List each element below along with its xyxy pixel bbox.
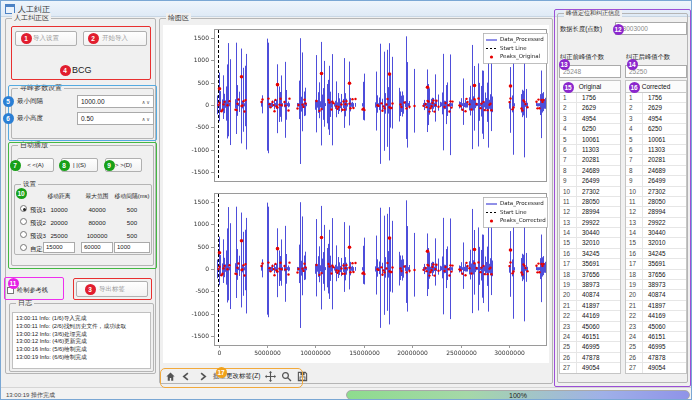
log-output[interactable]: 13:00:11 Info: (1/6)导入完成13:00:11 Info: (… <box>12 312 151 369</box>
table-row[interactable]: 1634245 <box>626 249 686 259</box>
table-row[interactable]: 1532010 <box>626 238 686 248</box>
table-row[interactable]: 2345060 <box>626 322 686 332</box>
table-row[interactable]: 1837656 <box>626 270 686 280</box>
table-row[interactable]: 34954 <box>560 114 620 124</box>
table-row[interactable]: 11756 <box>560 93 620 103</box>
forward-icon[interactable] <box>197 371 208 382</box>
table-row[interactable]: 1837656 <box>560 270 620 280</box>
peak-value: 30440 <box>643 228 686 237</box>
peak-value: 45060 <box>643 322 686 331</box>
row-index: 20 <box>560 290 577 299</box>
peak-value: 24689 <box>577 166 620 175</box>
table-row[interactable]: 46250 <box>626 124 686 134</box>
table-row[interactable]: 2647878 <box>560 353 620 363</box>
table-row[interactable]: 926499 <box>626 176 686 186</box>
preset-radio[interactable] <box>20 218 27 225</box>
table-row[interactable]: 2546995 <box>626 342 686 352</box>
min-interval-label: 最小间隔 <box>17 97 43 106</box>
row-index: 18 <box>560 270 577 279</box>
table-row[interactable]: 34954 <box>626 114 686 124</box>
table-row[interactable]: 824689 <box>626 166 686 176</box>
table-row[interactable]: 2244169 <box>560 311 620 321</box>
table-row[interactable]: 926499 <box>560 176 620 186</box>
home-icon[interactable] <box>165 371 176 382</box>
corrected-peaks-table[interactable]: Corrected 117562262934954462505100616113… <box>625 80 687 374</box>
table-row[interactable]: 2749054 <box>626 363 686 373</box>
table-row[interactable]: 2040874 <box>560 290 620 300</box>
preset-radio[interactable] <box>20 244 27 251</box>
table-row[interactable]: 2647878 <box>626 353 686 363</box>
table-row[interactable]: 611303 <box>560 145 620 155</box>
table-row[interactable]: 1329922 <box>626 218 686 228</box>
preset-value: 25000 <box>39 232 79 239</box>
table-row[interactable]: 22629 <box>560 103 620 113</box>
spinner-arrows-icon[interactable]: ∧∨ <box>142 97 151 108</box>
table-row[interactable]: 2141897 <box>626 301 686 311</box>
table-row[interactable]: 824689 <box>560 166 620 176</box>
table-row[interactable]: 1430440 <box>626 228 686 238</box>
table-row[interactable]: 720281 <box>560 155 620 165</box>
table-row[interactable]: 2244169 <box>626 311 686 321</box>
custom-value-input[interactable]: 15000 <box>43 242 75 253</box>
preset-radio[interactable] <box>20 231 27 238</box>
spinner-arrows-icon[interactable]: ∧∨ <box>142 114 151 125</box>
table-row[interactable]: 2749054 <box>560 363 620 373</box>
table-row[interactable]: 1938973 <box>560 280 620 290</box>
table-row[interactable]: 720281 <box>626 155 686 165</box>
min-height-spinbox[interactable]: 0.50 ∧∨ <box>77 112 154 125</box>
min-interval-spinbox[interactable]: 1000.00 ∧∨ <box>77 95 154 108</box>
custom-value-input[interactable]: 60000 <box>81 242 113 253</box>
table-row[interactable]: 2040874 <box>626 290 686 300</box>
row-index: 27 <box>560 363 577 372</box>
table-row[interactable]: 1430440 <box>560 228 620 238</box>
table-row[interactable]: 22629 <box>626 103 686 113</box>
peak-value: 26499 <box>643 176 686 185</box>
peak-value: 1756 <box>577 93 620 102</box>
table-row[interactable]: 2446151 <box>560 332 620 342</box>
table-row[interactable]: 611303 <box>626 145 686 155</box>
peak-value: 24689 <box>643 166 686 175</box>
table-row[interactable]: 1938973 <box>626 280 686 290</box>
original-peaks-table[interactable]: Original 1175622629349544625051006161130… <box>559 80 621 374</box>
zoom-icon[interactable] <box>281 371 292 382</box>
pan-icon[interactable] <box>265 371 276 382</box>
table-row[interactable]: 1128050 <box>626 197 686 207</box>
table-row[interactable]: 510061 <box>626 135 686 145</box>
preset-value: 500 <box>110 206 154 213</box>
table-row[interactable]: 1128050 <box>560 197 620 207</box>
row-index: 17 <box>560 259 577 268</box>
autoplay-back-button[interactable]: < <(A) <box>17 158 54 172</box>
table-row[interactable]: 2141897 <box>560 301 620 311</box>
peak-value: 32010 <box>577 238 620 247</box>
table-row[interactable]: 1735691 <box>560 259 620 269</box>
peak-value: 28050 <box>643 197 686 206</box>
plot-area-group-title: 绘图区 <box>166 13 191 23</box>
row-index: 12 <box>626 207 643 216</box>
preset-radio[interactable] <box>20 205 27 212</box>
table-row[interactable]: 1027302 <box>560 187 620 197</box>
table-row[interactable]: 1532010 <box>560 238 620 248</box>
table-row[interactable]: 11756 <box>626 93 686 103</box>
table-row[interactable]: 2345060 <box>560 322 620 332</box>
signal-charts[interactable] <box>163 25 549 363</box>
back-icon[interactable] <box>181 371 192 382</box>
table-row[interactable]: 1735691 <box>626 259 686 269</box>
table-row[interactable]: 1228994 <box>560 207 620 217</box>
table-row[interactable]: 1228994 <box>626 207 686 217</box>
row-index: 18 <box>626 270 643 279</box>
save-icon[interactable] <box>297 371 308 382</box>
table-row[interactable]: 1634245 <box>560 249 620 259</box>
custom-value-input[interactable]: 1000 <box>114 242 150 253</box>
table-row[interactable]: 1027302 <box>626 187 686 197</box>
table-row[interactable]: 46250 <box>560 124 620 134</box>
table-row[interactable]: 1329922 <box>560 218 620 228</box>
table-row[interactable]: 2546995 <box>560 342 620 352</box>
table-row[interactable]: 2446151 <box>626 332 686 342</box>
row-index: 22 <box>626 311 643 320</box>
preset-row: 预设325000100000500 <box>15 229 153 241</box>
row-index: 26 <box>626 353 643 362</box>
table-row[interactable]: 510061 <box>560 135 620 145</box>
peak-value: 44169 <box>577 311 620 320</box>
data-length-label: 数据长度(点数) <box>560 25 602 34</box>
preset-row: 预设22000080000500 <box>15 216 153 228</box>
